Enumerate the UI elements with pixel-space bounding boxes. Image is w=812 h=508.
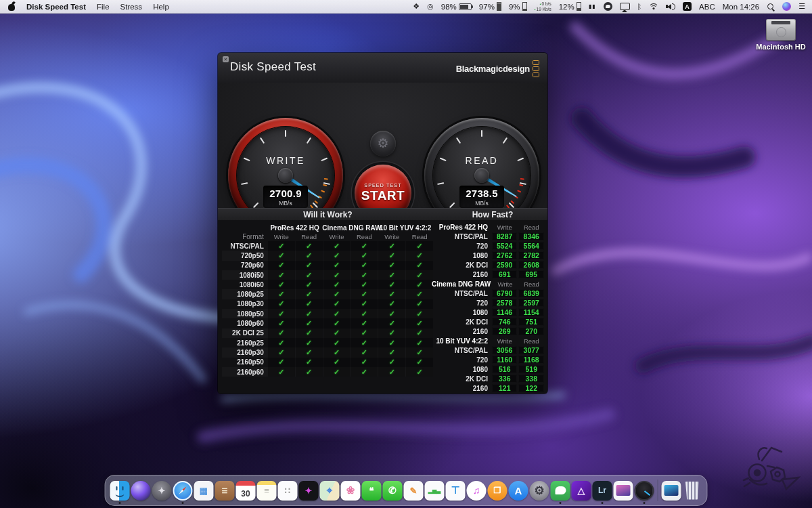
dock-preview[interactable]: ▦: [194, 478, 215, 503]
dock-books[interactable]: ❐: [487, 478, 508, 503]
app-swirl-icon[interactable]: ◎: [427, 2, 434, 11]
window-close-button[interactable]: ✕: [223, 56, 229, 62]
dock-finder[interactable]: [110, 478, 131, 503]
aux-battery-status[interactable]: 97%: [479, 2, 501, 11]
dock-final-cut-pro[interactable]: ✦: [298, 478, 319, 503]
wiw-subheader-row: FormatWriteReadWriteReadWriteRead: [222, 232, 433, 241]
wiw-check-cell: ✓: [351, 347, 378, 357]
dock-files-stack[interactable]: [661, 478, 682, 503]
input-source-label[interactable]: ABC: [699, 3, 715, 11]
wiw-check-cell: ✓: [406, 270, 433, 280]
wiw-check-cell: ✓: [378, 251, 405, 260]
hf-write-value: 516: [492, 365, 518, 374]
write-gauge-label: WRITE: [237, 155, 334, 166]
dock-notes[interactable]: ≡: [256, 478, 277, 503]
dock-itunes[interactable]: ♫: [466, 478, 487, 503]
wiw-check-cell: ✓: [296, 280, 323, 289]
dock-separator: [658, 480, 658, 501]
wiw-row: 2160p50✓✓✓✓✓✓: [222, 358, 433, 367]
dock-safari[interactable]: [173, 478, 194, 503]
dock-calendar[interactable]: 30: [235, 478, 256, 503]
hf-row-label: 2K DCI: [432, 375, 491, 383]
wiw-check-cell: ✓: [406, 241, 433, 251]
istat-bars-icon[interactable]: ▮▮: [589, 3, 596, 9]
wiw-check-cell: ✓: [351, 289, 378, 299]
menu-file[interactable]: File: [97, 3, 110, 11]
wiw-check-cell: ✓: [378, 261, 405, 270]
notification-center-icon[interactable]: ☰: [798, 2, 805, 11]
hf-row-label: NTSC/PAL: [432, 290, 491, 297]
wiw-format-label: 1080p30: [222, 300, 267, 308]
aux-battery-icon: [497, 2, 501, 11]
wiw-format-label: 2160p30: [222, 349, 267, 356]
network-speed-status[interactable]: 0 b/s 19 Kb/s: [535, 1, 551, 12]
dock-numbers[interactable]: ▂▅▃: [424, 478, 445, 503]
check-icon: ✓: [389, 290, 395, 299]
dock-app-store[interactable]: A: [508, 478, 529, 503]
hf-row-label: 720: [432, 299, 491, 307]
dock-pages[interactable]: ✎: [403, 478, 424, 503]
check-icon: ✓: [389, 242, 395, 251]
dock-trash[interactable]: [682, 478, 703, 503]
wiw-check-cell: ✓: [351, 251, 378, 260]
desktop: { "menu_bar": { "app_name": "Disk Speed …: [0, 0, 812, 508]
dock-affinity-photo[interactable]: △: [571, 478, 592, 503]
wiw-row: 1080p60✓✓✓✓✓✓: [222, 318, 433, 328]
check-icon: ✓: [361, 368, 367, 377]
dock-disk-speed-test[interactable]: [634, 478, 655, 503]
hf-row-label: 1080: [432, 252, 491, 259]
dock-reminders[interactable]: ∷: [277, 478, 298, 503]
volume-icon[interactable]: [666, 3, 675, 10]
bluetooth-icon[interactable]: ᛒ: [637, 3, 642, 11]
dock-keynote[interactable]: ⊤: [445, 478, 466, 503]
check-icon: ✓: [389, 358, 395, 366]
wiw-format-label: 2160p50: [222, 358, 267, 366]
dock-messages[interactable]: ❝: [361, 478, 382, 503]
dropbox-icon[interactable]: ❖: [413, 2, 420, 11]
hf-row-label: 2160: [432, 385, 491, 392]
line-status-icon[interactable]: [604, 2, 612, 11]
wifi-icon[interactable]: [649, 3, 658, 10]
check-icon: ✓: [389, 280, 395, 289]
dock-contacts[interactable]: ☰: [215, 478, 235, 503]
affinity-photo-icon: △: [572, 481, 591, 501]
spotlight-icon[interactable]: [767, 3, 775, 11]
dock-maps[interactable]: ⌖: [319, 478, 340, 503]
wiw-check-cell: ✓: [406, 251, 433, 260]
apple-menu-icon[interactable]: [8, 2, 16, 11]
battery-status[interactable]: 98%: [441, 3, 472, 11]
check-icon: ✓: [334, 368, 340, 377]
menu-help[interactable]: Help: [153, 3, 169, 11]
hf-read-value: 5564: [518, 242, 544, 251]
dock-facetime[interactable]: ✆: [382, 478, 403, 503]
check-icon: ✓: [417, 368, 423, 377]
wiw-check-cell: ✓: [378, 280, 405, 289]
how-fast-title: How Fast?: [438, 210, 547, 219]
dock-system-preferences[interactable]: ⚙: [529, 478, 550, 503]
memory-status[interactable]: 12%: [559, 2, 581, 11]
check-icon: ✓: [306, 242, 312, 251]
dock-line[interactable]: [550, 478, 571, 503]
cpu-status[interactable]: 9%: [509, 2, 527, 11]
siri-menu-icon[interactable]: [782, 2, 791, 11]
input-source-badge[interactable]: A: [683, 2, 692, 11]
wiw-check-cell: ✓: [406, 367, 433, 377]
dock-siri[interactable]: [131, 478, 152, 503]
airplay-icon[interactable]: [620, 3, 630, 10]
settings-gear-button[interactable]: ⚙: [370, 131, 396, 156]
wiw-check-cell: ✓: [351, 358, 378, 367]
menu-stress[interactable]: Stress: [120, 3, 143, 11]
dock-photo-booth[interactable]: [613, 478, 634, 503]
dock-photos[interactable]: ❀: [340, 478, 361, 503]
check-icon: ✓: [278, 358, 284, 366]
window-titlebar[interactable]: ✕ Disk Speed Test Blackmagicdesign: [218, 53, 547, 83]
menu-app-name[interactable]: Disk Speed Test: [26, 3, 86, 11]
desktop-volume-macintosh-hd[interactable]: Macintosh HD: [756, 19, 806, 51]
dock-lightroom[interactable]: Lr: [592, 478, 613, 503]
hf-write-value: 121: [492, 384, 518, 393]
menu-clock[interactable]: Mon 14:26: [723, 3, 759, 11]
check-icon: ✓: [334, 339, 340, 347]
hf-write-value: 746: [492, 318, 518, 326]
dock-launchpad[interactable]: ✦: [152, 478, 173, 503]
hf-read-value: 695: [518, 270, 544, 279]
